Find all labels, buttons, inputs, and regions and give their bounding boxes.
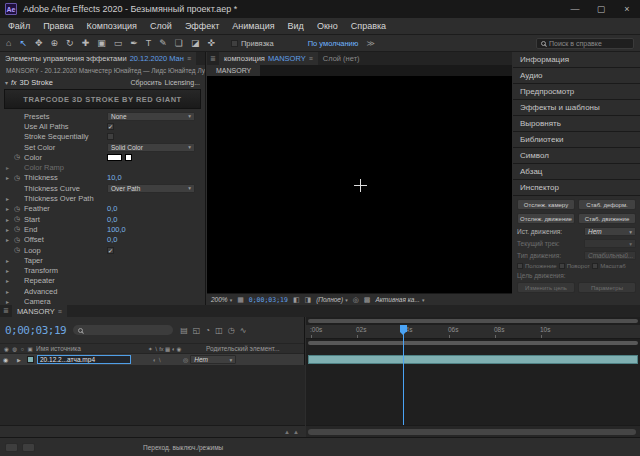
orbit-camera-tool-icon[interactable]: ↻ [66, 38, 74, 48]
transparency-grid-icon[interactable]: ▩ [364, 296, 371, 304]
layer-switches-icons[interactable]: ◐ ∖ [131, 357, 183, 363]
property-transform[interactable]: ▸Transform [0, 265, 205, 275]
stopwatch-icon[interactable]: ◷ [14, 225, 24, 233]
stopwatch-icon[interactable]: ◷ [14, 215, 24, 223]
menu-item-3[interactable]: Слой [150, 21, 172, 31]
property-loop[interactable]: ◷Loop✓ [0, 245, 205, 255]
current-time-indicator[interactable] [403, 325, 404, 425]
layer-duration-bar[interactable] [308, 355, 638, 364]
comp-timecode[interactable]: 0;00;03;19 [249, 296, 288, 304]
property-feather[interactable]: ▸◷Feather0,0 [0, 204, 205, 214]
clone-stamp-tool-icon[interactable]: ❏ [175, 38, 183, 48]
frame-blending-icon[interactable]: ◫ [215, 326, 223, 335]
property-thickness-over-path[interactable]: ▸Thickness Over Path [0, 193, 205, 203]
video-visible-icon[interactable]: ◉ [0, 356, 12, 363]
snapping-control[interactable]: Привязка [231, 39, 274, 48]
composition-mini-flowchart-icon[interactable]: ▤ [180, 326, 188, 335]
snapping-checkbox[interactable] [231, 40, 238, 47]
work-area-bar[interactable] [308, 341, 638, 345]
type-tool-icon[interactable]: T [146, 38, 152, 48]
show-channel-icon[interactable]: ◨ [305, 296, 312, 304]
close-button[interactable]: × [614, 0, 640, 18]
effect-header[interactable]: ▾ fx 3D Stroke Сбросить Licensing... [0, 76, 205, 88]
composition-viewport[interactable] [207, 76, 512, 293]
parent-pickwhip-icon[interactable]: ◎ [183, 356, 188, 363]
pen-tool-icon[interactable]: ✒ [130, 38, 138, 48]
tab-layer[interactable]: Слой (нет) [318, 52, 365, 65]
timeline-timecode[interactable]: 0;00;03;19 [5, 324, 66, 337]
twirl-icon[interactable]: ▸ [6, 298, 14, 305]
panel-menu-icon[interactable]: ≡ [58, 308, 62, 315]
twirl-icon[interactable]: ▸ [6, 174, 14, 181]
draft-3d-icon[interactable]: ◱ [193, 326, 201, 335]
menu-item-1[interactable]: Правка [43, 21, 73, 31]
property-presets[interactable]: PresetsNone▾ [0, 111, 205, 121]
stopwatch-icon[interactable]: ◷ [14, 153, 24, 161]
graph-editor-icon[interactable]: ∿ [240, 326, 247, 335]
viewer-tab-mansory[interactable]: MANSORY [207, 65, 260, 76]
brush-tool-icon[interactable]: ✎ [159, 38, 167, 48]
stopwatch-icon[interactable]: ◷ [14, 246, 24, 254]
property-repeater[interactable]: ▸Repeater [0, 276, 205, 286]
property-value[interactable]: 0,0 [107, 215, 117, 224]
property-advanced[interactable]: ▸Advanced [0, 286, 205, 296]
track-camera-button[interactable]: Отслеж. камеру [517, 199, 575, 210]
stabilize-motion-button[interactable]: Стаб. движение [578, 213, 636, 224]
menu-item-7[interactable]: Окно [317, 21, 338, 31]
property-thickness-curve[interactable]: Thickness CurveOver Path▾ [0, 183, 205, 193]
color-swatch-secondary[interactable] [125, 154, 132, 161]
property-value[interactable]: 0,0 [107, 204, 117, 213]
parent-select[interactable]: Нет▾ [190, 355, 236, 364]
twirl-icon[interactable]: ▸ [6, 164, 14, 171]
property-end[interactable]: ▸◷End100,0 [0, 224, 205, 234]
timeline-search-input[interactable] [73, 325, 173, 335]
licensing-button[interactable]: Licensing... [165, 79, 200, 86]
property-taper[interactable]: ▸Taper [0, 255, 205, 265]
maximize-button[interactable]: ▢ [588, 0, 614, 18]
property-value[interactable]: 100,0 [107, 225, 126, 234]
expand-layer-switches-button[interactable] [5, 443, 18, 452]
twirl-icon[interactable]: ▸ [6, 216, 14, 223]
layer-row[interactable]: ◉ ▶ 20.12.2...атча.mp4 ◐ ∖ ◎ Нет▾ [0, 354, 304, 365]
time-navigator[interactable] [308, 319, 638, 323]
stopwatch-icon[interactable]: ◷ [14, 236, 24, 244]
twirl-icon[interactable]: ▸ [6, 205, 14, 212]
twirl-down-icon[interactable]: ▾ [5, 79, 8, 86]
fx-icon[interactable]: fx [11, 79, 16, 86]
panel-header-5[interactable]: Библиотеки [513, 132, 640, 147]
tab-effect-controls[interactable]: Элементы управления эффектами 20.12.2020… [0, 52, 196, 65]
horizontal-scrollbar-handle[interactable] [308, 429, 636, 435]
property-use-all-paths[interactable]: Use All Paths✓ [0, 121, 205, 131]
menu-item-5[interactable]: Анимация [232, 21, 274, 31]
property-value[interactable]: 10,0 [107, 173, 122, 182]
property-value[interactable]: 0,0 [107, 235, 117, 244]
timeline-zoom-in-icon[interactable]: ▲ [293, 429, 299, 435]
property-dropdown[interactable]: None▾ [107, 112, 195, 121]
property-stroke-sequentially[interactable]: Stroke Sequentially [0, 132, 205, 142]
hand-tool-icon[interactable]: ✥ [35, 38, 43, 48]
twirl-icon[interactable]: ▸ [6, 226, 14, 233]
anchor-point-crosshair[interactable] [354, 179, 367, 192]
track-motion-button[interactable]: Отслеж. движение [517, 213, 575, 224]
menu-item-6[interactable]: Вид [288, 21, 304, 31]
menu-item-2[interactable]: Композиция [87, 21, 137, 31]
magnification-select[interactable]: 200%▾ [211, 296, 232, 303]
menu-item-8[interactable]: Справка [351, 21, 386, 31]
shape-tool-icon[interactable]: ▭ [114, 38, 123, 48]
stopwatch-icon[interactable]: ◷ [14, 205, 24, 213]
pan-camera-tool-icon[interactable]: ✚ [82, 38, 90, 48]
twirl-icon[interactable]: ▸ [6, 236, 14, 243]
minimize-button[interactable]: — [562, 0, 588, 18]
panel-menu-icon[interactable]: ≡ [309, 55, 313, 62]
playhead-handle[interactable] [400, 325, 407, 332]
reset-button[interactable]: Сбросить [130, 79, 161, 86]
layer-twirl-icon[interactable]: ▶ [12, 357, 24, 363]
puppet-pin-tool-icon[interactable]: ✜ [207, 38, 215, 48]
property-offset[interactable]: ▸◷Offset0,0 [0, 235, 205, 245]
property-checkbox[interactable]: ✓ [107, 247, 114, 254]
region-of-interest-icon[interactable]: ◎ [353, 296, 359, 304]
hide-shy-layers-icon[interactable]: ◔ [205, 326, 210, 335]
layer-name[interactable]: 20.12.2...атча.mp4 [37, 355, 131, 364]
property-color-ramp[interactable]: ▸Color Ramp [0, 162, 205, 172]
motion-source-select[interactable]: Нет▾ [584, 227, 636, 236]
